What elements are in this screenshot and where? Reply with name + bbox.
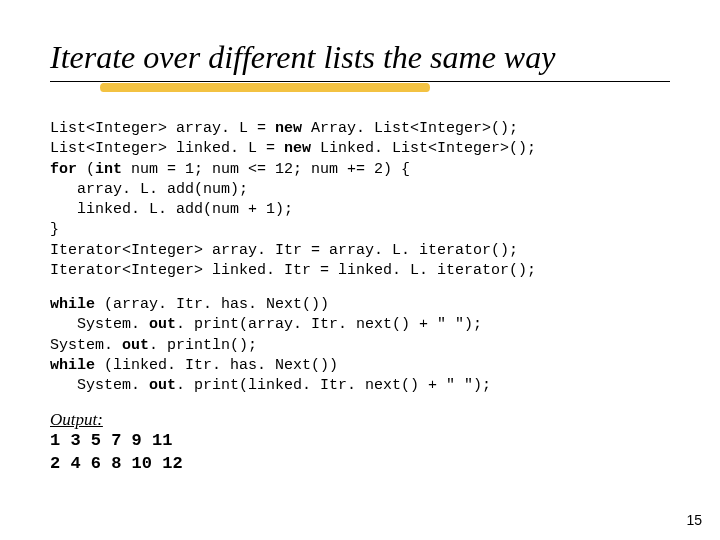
output-label: Output: (50, 410, 670, 430)
code-spacer (50, 281, 670, 295)
output-block: 1 3 5 7 9 112 4 6 8 10 12 (50, 430, 670, 476)
slide: Iterate over different lists the same wa… (0, 0, 720, 540)
underline-rule (50, 81, 670, 82)
slide-title: Iterate over different lists the same wa… (50, 40, 670, 75)
title-underline (50, 81, 670, 101)
page-number: 15 (686, 512, 702, 528)
underline-highlight (100, 83, 430, 92)
code-block-2: while (array. Itr. has. Next()) System. … (50, 295, 670, 396)
code-block-1: List<Integer> array. L = new Array. List… (50, 119, 670, 281)
